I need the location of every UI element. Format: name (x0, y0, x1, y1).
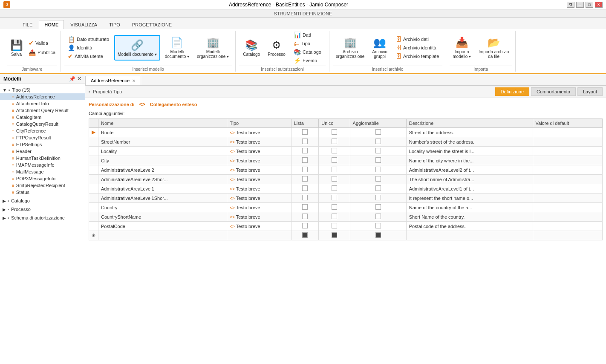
unico-checkbox[interactable] (332, 214, 337, 219)
unico-checkbox[interactable] (332, 139, 337, 144)
pubblica-button[interactable]: 📤 Pubblica (27, 48, 57, 57)
maximize-button[interactable]: □ (586, 2, 593, 8)
unico-checkbox[interactable] (332, 157, 337, 163)
unico-new-checkbox[interactable] (332, 232, 337, 238)
table-row[interactable]: Country<> Testo breveName of the country… (89, 203, 603, 212)
unico-checkbox[interactable] (332, 204, 337, 210)
aggiornabile-checkbox[interactable] (375, 195, 381, 200)
aggiornabile-checkbox[interactable] (375, 204, 381, 210)
tree-item-imap-message-info[interactable]: ≡ IMAPMessageInfo (0, 162, 85, 168)
table-row[interactable]: City<> Testo breveName of the city where… (89, 156, 603, 165)
archivio-identita-button[interactable]: 🗄 Archivio identità (394, 43, 441, 52)
tab-definizione[interactable]: Definizione (495, 87, 529, 96)
processo-button[interactable]: ⚙ Processo (265, 35, 289, 61)
table-row[interactable]: ▶Route<> Testo breveStreet of the addres… (89, 128, 603, 137)
row-aggiornabile[interactable] (350, 165, 406, 175)
valida-button[interactable]: ✔ Valida (27, 39, 57, 47)
archivio-dati-button[interactable]: 🗄 Archivio dati (394, 35, 441, 43)
row-aggiornabile[interactable] (350, 222, 406, 231)
lista-checkbox[interactable] (302, 185, 308, 191)
tree-item-ftp-settings[interactable]: ≡ FTPSettings (0, 141, 85, 148)
aggiornabile-checkbox[interactable] (375, 176, 381, 182)
tab-comportamento[interactable]: Comportamento (531, 87, 576, 96)
row-aggiornabile[interactable] (350, 128, 406, 137)
aggiornabile-checkbox[interactable] (375, 157, 381, 163)
unico-checkbox[interactable] (332, 185, 337, 191)
table-row[interactable]: PostalCode<> Testo brevePostal code of t… (89, 222, 603, 231)
row-lista[interactable] (291, 222, 319, 231)
doc-tab-close-button[interactable]: ✕ (132, 78, 136, 83)
tree-item-status[interactable]: ≡ Status (0, 189, 85, 196)
lista-new-checkbox-cell[interactable] (291, 231, 319, 240)
importa-modello-button[interactable]: 📥 Importamodello ▾ (450, 35, 474, 61)
row-lista[interactable] (291, 156, 319, 165)
unico-checkbox[interactable] (332, 223, 337, 228)
tab-home[interactable]: HOME (39, 20, 64, 29)
importa-archivio-da-file-button[interactable]: 📂 Importa archivioda file (476, 35, 512, 61)
tree-item-header[interactable]: ≡ Header (0, 148, 85, 155)
row-unico[interactable] (319, 212, 350, 222)
row-lista[interactable] (291, 175, 319, 184)
tree-item-address-reference[interactable]: ≡ AddressReference (0, 93, 85, 100)
catalogo-button[interactable]: 📚 Catalogo (240, 35, 263, 61)
tree-item-city-reference[interactable]: ≡ CityReference (0, 127, 85, 134)
archivio-gruppi-button[interactable]: 👥 Archiviogruppi (369, 35, 390, 61)
row-lista[interactable] (291, 203, 319, 212)
modelli-documento-button[interactable]: 📄 Modelli documento ▾ Modellidocumento ▾ (162, 35, 192, 61)
tab-file[interactable]: FILE (17, 20, 38, 29)
catalogo-small-button[interactable]: 📚 Catalogo (292, 48, 323, 56)
archivio-organizzazione-button[interactable]: 🏢 Archivioorganizzazione (333, 35, 367, 61)
lista-checkbox[interactable] (302, 176, 308, 182)
table-row[interactable]: StreetNumber<> Testo breveNumber's stree… (89, 137, 603, 147)
modelli-organizzazione-button[interactable]: 🏢 Modelliorganizzazione ▾ (194, 35, 232, 61)
row-unico[interactable] (319, 165, 350, 175)
row-unico[interactable] (319, 175, 350, 184)
tab-visualizza[interactable]: VISUALIZZA (65, 20, 103, 29)
table-row[interactable]: AdministrativeAreaLevel1<> Testo breveAd… (89, 184, 603, 194)
row-aggiornabile[interactable] (350, 156, 406, 165)
row-lista[interactable] (291, 147, 319, 156)
aggiornabile-checkbox[interactable] (375, 167, 381, 172)
aggiornabile-checkbox[interactable] (375, 139, 381, 144)
tree-item-attachment-query-result[interactable]: ≡ Attachment Query Result (0, 107, 85, 114)
unico-checkbox[interactable] (332, 148, 337, 153)
lista-checkbox[interactable] (302, 139, 308, 144)
dato-strutturato-button[interactable]: 📋 Dato strutturato (66, 35, 111, 43)
lista-new-checkbox[interactable] (302, 232, 308, 238)
aggiornabile-checkbox[interactable] (375, 185, 381, 191)
aggiornabile-new-checkbox-cell[interactable] (350, 231, 406, 240)
tab-progettazione[interactable]: PROGETTAZIONE (127, 20, 177, 29)
tree-group-schema-auth-header[interactable]: ▶ ▪ Schema di autorizzazione (0, 214, 85, 221)
tree-item-catalog-query-result[interactable]: ≡ CatalogQueryResult (0, 121, 85, 127)
row-aggiornabile[interactable] (350, 212, 406, 222)
archivio-template-button[interactable]: 🗄 Archivio template (394, 52, 441, 61)
table-row[interactable]: AdministrativeAreaLevel2Shor...<> Testo … (89, 175, 603, 184)
row-aggiornabile[interactable] (350, 203, 406, 212)
tree-item-smtp-rejected-recipient[interactable]: ≡ SmtpRejectedRecipient (0, 182, 85, 189)
lista-checkbox[interactable] (302, 129, 308, 135)
row-lista[interactable] (291, 165, 319, 175)
table-row[interactable]: CountryShortName<> Testo breveShort Name… (89, 212, 603, 222)
aggiornabile-new-checkbox[interactable] (375, 232, 381, 238)
row-aggiornabile[interactable] (350, 184, 406, 194)
row-unico[interactable] (319, 156, 350, 165)
table-row[interactable]: Locality<> Testo breveLocality wherein t… (89, 147, 603, 156)
table-row[interactable]: AdministrativeAreaLevel1Shor...<> Testo … (89, 194, 603, 203)
row-aggiornabile[interactable] (350, 175, 406, 184)
tree-item-human-task-definition[interactable]: ≡ HumanTaskDefinition (0, 155, 85, 162)
unico-new-checkbox-cell[interactable] (319, 231, 350, 240)
row-lista[interactable] (291, 137, 319, 147)
identita-button[interactable]: 👤 Identità (66, 43, 111, 52)
aggiornabile-checkbox[interactable] (375, 148, 381, 153)
tab-tipo[interactable]: TIPO (104, 20, 126, 29)
salva-button[interactable]: 💾 Salva (7, 35, 26, 61)
tree-item-pop3-message-info[interactable]: ≡ POP3MessageInfo (0, 175, 85, 182)
tab-layout[interactable]: Layout (577, 87, 603, 96)
tree-item-ftp-query-result[interactable]: ≡ FTPQueryResult (0, 134, 85, 141)
lista-checkbox[interactable] (302, 214, 308, 219)
sidebar-pin-button[interactable]: 📌 (69, 76, 75, 82)
lista-checkbox[interactable] (302, 223, 308, 228)
unico-checkbox[interactable] (332, 176, 337, 182)
row-lista[interactable] (291, 128, 319, 137)
tipo-button[interactable]: 🏷 Tipo (292, 39, 323, 48)
